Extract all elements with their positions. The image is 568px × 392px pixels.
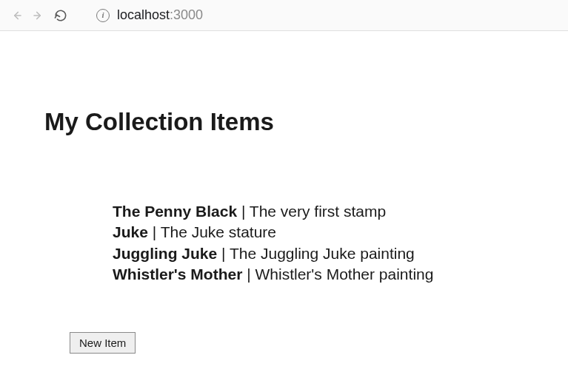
url-host: localhost [117, 7, 170, 22]
item-name: Whistler's Mother [113, 266, 242, 283]
item-desc: Whistler's Mother painting [255, 266, 433, 283]
url-port: :3000 [170, 7, 203, 22]
list-item: Juke | The Juke stature [113, 222, 568, 243]
item-name: Juke [113, 223, 148, 240]
item-desc: The Juggling Juke painting [230, 245, 415, 262]
item-separator: | [148, 223, 161, 240]
back-icon[interactable] [9, 8, 24, 23]
items-list: The Penny Black | The very first stamp J… [113, 201, 568, 285]
item-desc: The Juke stature [161, 223, 276, 240]
item-name: Juggling Juke [113, 245, 217, 262]
url-text: localhost:3000 [117, 7, 203, 23]
info-icon[interactable]: i [96, 9, 110, 22]
item-separator: | [242, 266, 255, 283]
item-separator: | [217, 245, 230, 262]
forward-icon[interactable] [31, 8, 46, 23]
page-content: My Collection Items The Penny Black | Th… [0, 31, 568, 354]
page-title: My Collection Items [44, 108, 568, 136]
button-area: New Item [70, 332, 568, 354]
list-item: Whistler's Mother | Whistler's Mother pa… [113, 264, 568, 285]
item-desc: The very first stamp [250, 203, 386, 220]
list-item: Juggling Juke | The Juggling Juke painti… [113, 243, 568, 264]
browser-toolbar: i localhost:3000 [0, 0, 568, 31]
list-item: The Penny Black | The very first stamp [113, 201, 568, 222]
item-name: The Penny Black [113, 203, 237, 220]
new-item-button[interactable]: New Item [70, 332, 136, 354]
item-separator: | [237, 203, 250, 220]
address-bar[interactable]: i localhost:3000 [96, 7, 559, 23]
reload-icon[interactable] [53, 8, 68, 23]
